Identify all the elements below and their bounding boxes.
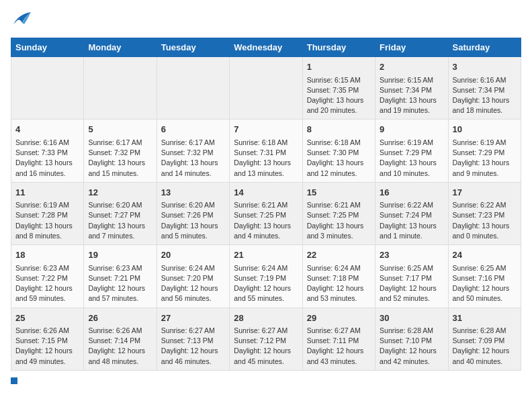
day-content: Sunrise: 6:18 AM Sunset: 7:30 PM Dayligh… bbox=[307, 138, 371, 179]
day-content: Sunrise: 6:27 AM Sunset: 7:12 PM Dayligh… bbox=[234, 326, 298, 367]
day-content: Sunrise: 6:25 AM Sunset: 7:17 PM Dayligh… bbox=[380, 263, 443, 304]
day-content: Sunrise: 6:18 AM Sunset: 7:31 PM Dayligh… bbox=[234, 138, 298, 179]
day-content: Sunrise: 6:20 AM Sunset: 7:27 PM Dayligh… bbox=[88, 200, 152, 241]
calendar-cell: 31Sunrise: 6:28 AM Sunset: 7:09 PM Dayli… bbox=[448, 308, 521, 370]
calendar-cell bbox=[11, 57, 84, 120]
calendar-cell: 14Sunrise: 6:21 AM Sunset: 7:25 PM Dayli… bbox=[230, 182, 302, 244]
day-content: Sunrise: 6:22 AM Sunset: 7:24 PM Dayligh… bbox=[380, 200, 443, 241]
calendar-cell bbox=[230, 57, 302, 120]
day-content: Sunrise: 6:19 AM Sunset: 7:29 PM Dayligh… bbox=[380, 138, 443, 179]
day-content: Sunrise: 6:23 AM Sunset: 7:21 PM Dayligh… bbox=[88, 263, 152, 304]
week-row-3: 11Sunrise: 6:19 AM Sunset: 7:28 PM Dayli… bbox=[11, 182, 521, 244]
day-number: 1 bbox=[307, 60, 371, 74]
calendar-cell: 4Sunrise: 6:16 AM Sunset: 7:33 PM Daylig… bbox=[11, 120, 84, 182]
calendar-cell: 17Sunrise: 6:22 AM Sunset: 7:23 PM Dayli… bbox=[448, 182, 521, 244]
day-content: Sunrise: 6:19 AM Sunset: 7:28 PM Dayligh… bbox=[15, 200, 79, 241]
calendar-cell: 27Sunrise: 6:27 AM Sunset: 7:13 PM Dayli… bbox=[157, 308, 229, 370]
day-content: Sunrise: 6:24 AM Sunset: 7:20 PM Dayligh… bbox=[161, 263, 225, 304]
header-day-thursday: Thursday bbox=[302, 38, 375, 57]
day-content: Sunrise: 6:15 AM Sunset: 7:35 PM Dayligh… bbox=[307, 75, 371, 116]
calendar-cell: 12Sunrise: 6:20 AM Sunset: 7:27 PM Dayli… bbox=[84, 182, 157, 244]
calendar-cell: 3Sunrise: 6:16 AM Sunset: 7:34 PM Daylig… bbox=[448, 57, 521, 120]
day-content: Sunrise: 6:16 AM Sunset: 7:33 PM Dayligh… bbox=[15, 138, 79, 179]
day-number: 5 bbox=[88, 123, 152, 136]
logo bbox=[11, 11, 32, 30]
day-number: 18 bbox=[15, 248, 79, 262]
day-content: Sunrise: 6:22 AM Sunset: 7:23 PM Dayligh… bbox=[453, 200, 517, 241]
day-content: Sunrise: 6:16 AM Sunset: 7:34 PM Dayligh… bbox=[453, 75, 517, 116]
day-number: 29 bbox=[307, 312, 371, 325]
day-content: Sunrise: 6:20 AM Sunset: 7:26 PM Dayligh… bbox=[161, 200, 225, 241]
day-number: 16 bbox=[380, 186, 443, 199]
day-number: 6 bbox=[161, 123, 225, 136]
day-content: Sunrise: 6:17 AM Sunset: 7:32 PM Dayligh… bbox=[88, 138, 152, 179]
calendar-cell: 22Sunrise: 6:24 AM Sunset: 7:18 PM Dayli… bbox=[302, 245, 375, 308]
day-number: 21 bbox=[234, 248, 298, 262]
day-number: 26 bbox=[88, 312, 152, 325]
day-content: Sunrise: 6:26 AM Sunset: 7:14 PM Dayligh… bbox=[88, 326, 152, 367]
day-content: Sunrise: 6:15 AM Sunset: 7:34 PM Dayligh… bbox=[380, 75, 443, 116]
day-number: 7 bbox=[234, 123, 298, 136]
day-number: 15 bbox=[307, 186, 371, 199]
day-content: Sunrise: 6:28 AM Sunset: 7:09 PM Dayligh… bbox=[453, 326, 517, 367]
calendar-cell: 20Sunrise: 6:24 AM Sunset: 7:20 PM Dayli… bbox=[157, 245, 229, 308]
calendar-cell: 30Sunrise: 6:28 AM Sunset: 7:10 PM Dayli… bbox=[375, 308, 448, 370]
day-content: Sunrise: 6:19 AM Sunset: 7:29 PM Dayligh… bbox=[453, 138, 517, 179]
calendar-cell: 1Sunrise: 6:15 AM Sunset: 7:35 PM Daylig… bbox=[302, 57, 375, 120]
day-content: Sunrise: 6:27 AM Sunset: 7:11 PM Dayligh… bbox=[307, 326, 371, 367]
day-content: Sunrise: 6:21 AM Sunset: 7:25 PM Dayligh… bbox=[307, 200, 371, 241]
header-day-sunday: Sunday bbox=[11, 38, 84, 57]
calendar-cell: 9Sunrise: 6:19 AM Sunset: 7:29 PM Daylig… bbox=[375, 120, 448, 182]
day-content: Sunrise: 6:27 AM Sunset: 7:13 PM Dayligh… bbox=[161, 326, 225, 367]
day-content: Sunrise: 6:25 AM Sunset: 7:16 PM Dayligh… bbox=[453, 263, 517, 304]
calendar-cell bbox=[84, 57, 157, 120]
day-number: 11 bbox=[15, 186, 79, 199]
calendar-table: SundayMondayTuesdayWednesdayThursdayFrid… bbox=[11, 38, 521, 371]
calendar-cell: 11Sunrise: 6:19 AM Sunset: 7:28 PM Dayli… bbox=[11, 182, 84, 244]
logo-bird-icon bbox=[12, 11, 32, 30]
day-number: 9 bbox=[380, 123, 443, 136]
calendar-cell: 6Sunrise: 6:17 AM Sunset: 7:32 PM Daylig… bbox=[157, 120, 229, 182]
header-day-friday: Friday bbox=[375, 38, 448, 57]
calendar-cell: 8Sunrise: 6:18 AM Sunset: 7:30 PM Daylig… bbox=[302, 120, 375, 182]
day-number: 2 bbox=[380, 60, 443, 74]
calendar-cell: 28Sunrise: 6:27 AM Sunset: 7:12 PM Dayli… bbox=[230, 308, 302, 370]
calendar-cell bbox=[157, 57, 229, 120]
week-row-5: 25Sunrise: 6:26 AM Sunset: 7:15 PM Dayli… bbox=[11, 308, 521, 370]
day-number: 22 bbox=[307, 248, 371, 262]
calendar-cell: 16Sunrise: 6:22 AM Sunset: 7:24 PM Dayli… bbox=[375, 182, 448, 244]
day-number: 13 bbox=[161, 186, 225, 199]
day-number: 24 bbox=[453, 248, 517, 262]
week-row-1: 1Sunrise: 6:15 AM Sunset: 7:35 PM Daylig… bbox=[11, 57, 521, 120]
day-content: Sunrise: 6:21 AM Sunset: 7:25 PM Dayligh… bbox=[234, 200, 298, 241]
header-row: SundayMondayTuesdayWednesdayThursdayFrid… bbox=[11, 38, 521, 57]
day-number: 25 bbox=[15, 312, 79, 325]
week-row-2: 4Sunrise: 6:16 AM Sunset: 7:33 PM Daylig… bbox=[11, 120, 521, 182]
calendar-cell: 5Sunrise: 6:17 AM Sunset: 7:32 PM Daylig… bbox=[84, 120, 157, 182]
day-number: 27 bbox=[161, 312, 225, 325]
calendar-cell: 25Sunrise: 6:26 AM Sunset: 7:15 PM Dayli… bbox=[11, 308, 84, 370]
day-content: Sunrise: 6:28 AM Sunset: 7:10 PM Dayligh… bbox=[380, 326, 443, 367]
calendar-header: SundayMondayTuesdayWednesdayThursdayFrid… bbox=[11, 38, 521, 57]
day-number: 23 bbox=[380, 248, 443, 262]
header-day-monday: Monday bbox=[84, 38, 157, 57]
day-content: Sunrise: 6:24 AM Sunset: 7:18 PM Dayligh… bbox=[307, 263, 371, 304]
calendar-cell: 24Sunrise: 6:25 AM Sunset: 7:16 PM Dayli… bbox=[448, 245, 521, 308]
day-content: Sunrise: 6:26 AM Sunset: 7:15 PM Dayligh… bbox=[15, 326, 79, 367]
day-number: 19 bbox=[88, 248, 152, 262]
header-day-wednesday: Wednesday bbox=[230, 38, 302, 57]
day-number: 14 bbox=[234, 186, 298, 199]
calendar-cell: 15Sunrise: 6:21 AM Sunset: 7:25 PM Dayli… bbox=[302, 182, 375, 244]
calendar-body: 1Sunrise: 6:15 AM Sunset: 7:35 PM Daylig… bbox=[11, 57, 521, 371]
daylight-indicator bbox=[11, 377, 17, 384]
day-number: 30 bbox=[380, 312, 443, 325]
calendar-cell: 29Sunrise: 6:27 AM Sunset: 7:11 PM Dayli… bbox=[302, 308, 375, 370]
day-content: Sunrise: 6:24 AM Sunset: 7:19 PM Dayligh… bbox=[234, 263, 298, 304]
day-number: 10 bbox=[453, 123, 517, 136]
day-number: 17 bbox=[453, 186, 517, 199]
calendar-cell: 10Sunrise: 6:19 AM Sunset: 7:29 PM Dayli… bbox=[448, 120, 521, 182]
page-header bbox=[11, 11, 521, 30]
day-number: 12 bbox=[88, 186, 152, 199]
day-number: 31 bbox=[453, 312, 517, 325]
calendar-cell: 7Sunrise: 6:18 AM Sunset: 7:31 PM Daylig… bbox=[230, 120, 302, 182]
